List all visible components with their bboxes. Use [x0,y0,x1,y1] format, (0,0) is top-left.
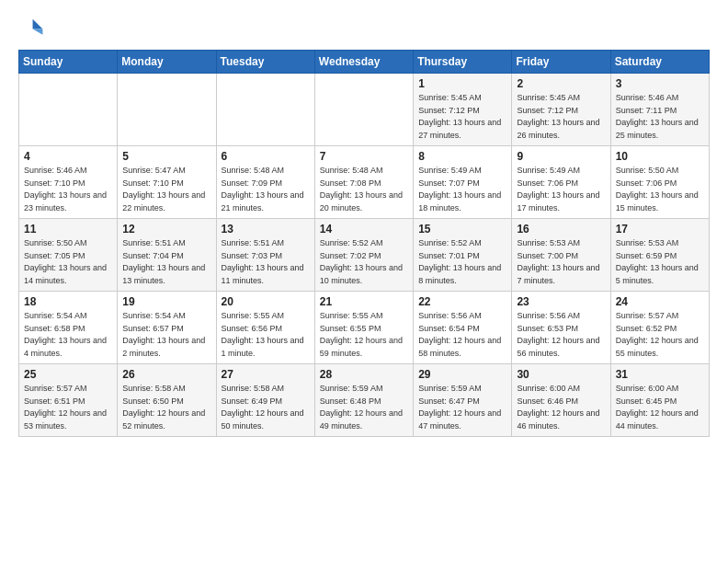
header-saturday: Saturday [610,51,709,74]
calendar-cell: 28Sunrise: 5:59 AM Sunset: 6:48 PM Dayli… [314,364,413,437]
day-info: Sunrise: 5:45 AM Sunset: 7:12 PM Dayligh… [517,92,606,142]
day-number: 15 [418,223,507,236]
day-info: Sunrise: 5:58 AM Sunset: 6:50 PM Dayligh… [122,383,211,432]
calendar-cell: 15Sunrise: 5:52 AM Sunset: 7:01 PM Dayli… [414,219,512,292]
svg-marker-0 [33,19,43,29]
day-info: Sunrise: 5:49 AM Sunset: 7:07 PM Dayligh… [418,165,507,214]
calendar-cell [216,74,314,146]
day-info: Sunrise: 5:59 AM Sunset: 6:48 PM Dayligh… [320,383,409,432]
week-row-5: 25Sunrise: 5:57 AM Sunset: 6:51 PM Dayli… [19,364,710,437]
day-number: 2 [517,77,606,90]
calendar-cell: 11Sunrise: 5:50 AM Sunset: 7:05 PM Dayli… [19,219,118,292]
day-number: 18 [24,295,113,308]
day-info: Sunrise: 5:56 AM Sunset: 6:53 PM Dayligh… [517,310,606,360]
calendar-cell: 7Sunrise: 5:48 AM Sunset: 7:08 PM Daylig… [314,146,413,219]
calendar-table: SundayMondayTuesdayWednesdayThursdayFrid… [18,50,710,437]
day-number: 4 [24,150,113,163]
calendar-cell [19,74,118,146]
calendar-cell: 17Sunrise: 5:53 AM Sunset: 6:59 PM Dayli… [610,219,709,292]
day-number: 30 [517,368,606,381]
calendar-cell: 24Sunrise: 5:57 AM Sunset: 6:52 PM Dayli… [610,292,709,364]
day-info: Sunrise: 5:52 AM Sunset: 7:01 PM Dayligh… [418,237,507,287]
day-number: 14 [320,223,409,236]
day-info: Sunrise: 5:53 AM Sunset: 7:00 PM Dayligh… [517,237,606,287]
calendar-cell: 19Sunrise: 5:54 AM Sunset: 6:57 PM Dayli… [118,292,216,364]
day-number: 6 [222,150,311,163]
calendar-cell: 22Sunrise: 5:56 AM Sunset: 6:54 PM Dayli… [414,292,512,364]
day-info: Sunrise: 5:47 AM Sunset: 7:10 PM Dayligh… [122,165,211,214]
day-number: 31 [616,368,705,381]
svg-marker-1 [33,29,43,35]
week-row-1: 1Sunrise: 5:45 AM Sunset: 7:12 PM Daylig… [19,74,710,146]
day-info: Sunrise: 5:49 AM Sunset: 7:06 PM Dayligh… [517,165,606,214]
calendar-cell: 29Sunrise: 5:59 AM Sunset: 6:47 PM Dayli… [414,364,512,437]
calendar-cell: 1Sunrise: 5:45 AM Sunset: 7:12 PM Daylig… [414,74,512,146]
week-row-4: 18Sunrise: 5:54 AM Sunset: 6:58 PM Dayli… [19,292,710,364]
day-info: Sunrise: 6:00 AM Sunset: 6:45 PM Dayligh… [616,383,705,432]
day-info: Sunrise: 5:55 AM Sunset: 6:55 PM Dayligh… [320,310,409,360]
calendar-header-row: SundayMondayTuesdayWednesdayThursdayFrid… [19,51,710,74]
day-info: Sunrise: 5:48 AM Sunset: 7:08 PM Dayligh… [320,165,409,214]
calendar-cell: 5Sunrise: 5:47 AM Sunset: 7:10 PM Daylig… [118,146,216,219]
day-number: 29 [418,368,507,381]
calendar-cell: 18Sunrise: 5:54 AM Sunset: 6:58 PM Dayli… [19,292,118,364]
calendar-cell: 3Sunrise: 5:46 AM Sunset: 7:11 PM Daylig… [610,74,709,146]
week-row-2: 4Sunrise: 5:46 AM Sunset: 7:10 PM Daylig… [19,146,710,219]
calendar-cell: 4Sunrise: 5:46 AM Sunset: 7:10 PM Daylig… [19,146,118,219]
day-number: 1 [418,77,507,90]
calendar-cell: 10Sunrise: 5:50 AM Sunset: 7:06 PM Dayli… [610,146,709,219]
calendar-cell: 30Sunrise: 6:00 AM Sunset: 6:46 PM Dayli… [512,364,610,437]
calendar-cell: 23Sunrise: 5:56 AM Sunset: 6:53 PM Dayli… [512,292,610,364]
day-info: Sunrise: 5:48 AM Sunset: 7:09 PM Dayligh… [222,165,311,214]
day-info: Sunrise: 5:59 AM Sunset: 6:47 PM Dayligh… [418,383,507,432]
day-number: 27 [222,368,311,381]
calendar-cell: 6Sunrise: 5:48 AM Sunset: 7:09 PM Daylig… [216,146,314,219]
calendar-cell: 8Sunrise: 5:49 AM Sunset: 7:07 PM Daylig… [414,146,512,219]
day-info: Sunrise: 5:50 AM Sunset: 7:05 PM Dayligh… [24,237,113,287]
header-thursday: Thursday [414,51,512,74]
day-number: 26 [122,368,211,381]
day-number: 8 [418,150,507,163]
logo [18,15,48,40]
day-number: 25 [24,368,113,381]
day-number: 10 [616,150,705,163]
header-friday: Friday [512,51,610,74]
calendar-cell: 25Sunrise: 5:57 AM Sunset: 6:51 PM Dayli… [19,364,118,437]
day-info: Sunrise: 5:52 AM Sunset: 7:02 PM Dayligh… [320,237,409,287]
day-info: Sunrise: 5:51 AM Sunset: 7:04 PM Dayligh… [122,237,211,287]
day-number: 13 [222,223,311,236]
day-info: Sunrise: 5:53 AM Sunset: 6:59 PM Dayligh… [616,237,705,287]
day-number: 19 [122,295,211,308]
header-monday: Monday [118,51,216,74]
day-number: 7 [320,150,409,163]
calendar-cell [118,74,216,146]
calendar-cell: 14Sunrise: 5:52 AM Sunset: 7:02 PM Dayli… [314,219,413,292]
day-info: Sunrise: 6:00 AM Sunset: 6:46 PM Dayligh… [517,383,606,432]
day-number: 22 [418,295,507,308]
day-number: 3 [616,77,705,90]
calendar-cell: 20Sunrise: 5:55 AM Sunset: 6:56 PM Dayli… [216,292,314,364]
day-info: Sunrise: 5:54 AM Sunset: 6:57 PM Dayligh… [122,310,211,360]
calendar-cell [314,74,413,146]
day-info: Sunrise: 5:57 AM Sunset: 6:52 PM Dayligh… [616,310,705,360]
calendar-cell: 27Sunrise: 5:58 AM Sunset: 6:49 PM Dayli… [216,364,314,437]
calendar-cell: 9Sunrise: 5:49 AM Sunset: 7:06 PM Daylig… [512,146,610,219]
day-number: 16 [517,223,606,236]
day-number: 9 [517,150,606,163]
day-number: 11 [24,223,113,236]
header-tuesday: Tuesday [216,51,314,74]
calendar-cell: 26Sunrise: 5:58 AM Sunset: 6:50 PM Dayli… [118,364,216,437]
day-number: 12 [122,223,211,236]
week-row-3: 11Sunrise: 5:50 AM Sunset: 7:05 PM Dayli… [19,219,710,292]
day-info: Sunrise: 5:57 AM Sunset: 6:51 PM Dayligh… [24,383,113,432]
day-info: Sunrise: 5:54 AM Sunset: 6:58 PM Dayligh… [24,310,113,360]
day-info: Sunrise: 5:45 AM Sunset: 7:12 PM Dayligh… [418,92,507,142]
day-number: 5 [122,150,211,163]
calendar-cell: 16Sunrise: 5:53 AM Sunset: 7:00 PM Dayli… [512,219,610,292]
day-info: Sunrise: 5:55 AM Sunset: 6:56 PM Dayligh… [222,310,311,360]
calendar-cell: 13Sunrise: 5:51 AM Sunset: 7:03 PM Dayli… [216,219,314,292]
day-number: 23 [517,295,606,308]
day-number: 20 [222,295,311,308]
day-info: Sunrise: 5:51 AM Sunset: 7:03 PM Dayligh… [222,237,311,287]
calendar-cell: 12Sunrise: 5:51 AM Sunset: 7:04 PM Dayli… [118,219,216,292]
